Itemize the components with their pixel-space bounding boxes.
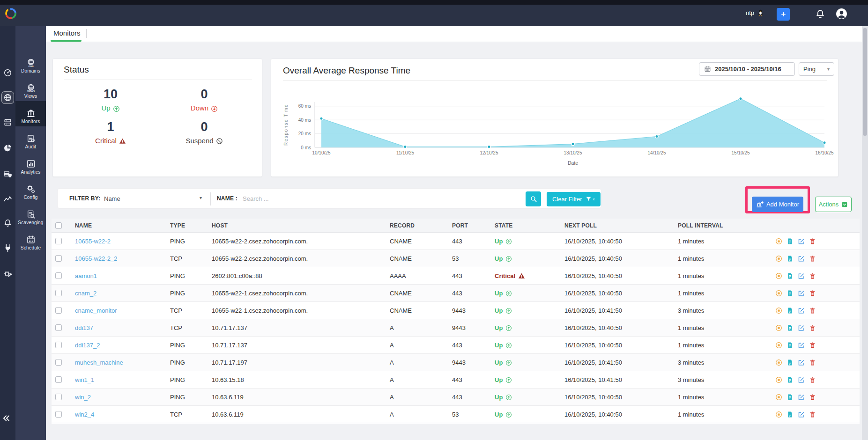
suspend-circle-icon[interactable] [775,289,782,297]
suspend-circle-icon[interactable] [775,324,782,331]
column-header-next-poll[interactable]: NEXT POLL [564,222,597,229]
search-input[interactable]: Search ... [243,195,269,202]
column-header-state[interactable]: STATE [495,222,513,229]
row-checkbox[interactable] [55,255,62,262]
edit-icon[interactable] [798,307,805,314]
monitor-name-link[interactable]: ddi137 [75,324,93,331]
report-doc-icon[interactable] [786,359,794,366]
suspend-circle-icon[interactable] [775,255,782,262]
delete-trash-icon[interactable] [809,255,816,262]
report-doc-icon[interactable] [786,324,794,331]
row-checkbox[interactable] [55,238,62,244]
report-doc-icon[interactable] [786,376,794,383]
report-doc-icon[interactable] [786,237,794,245]
suspend-circle-icon[interactable] [775,411,782,418]
edit-icon[interactable] [798,272,805,279]
edit-icon[interactable] [798,393,805,401]
server-rack-icon[interactable] [1,116,14,129]
pie-chart-icon[interactable] [1,142,14,154]
report-doc-icon[interactable] [786,255,794,262]
report-doc-icon[interactable] [786,289,794,297]
row-checkbox[interactable] [55,272,62,279]
column-header-host[interactable]: HOST [212,222,228,229]
row-checkbox[interactable] [55,290,62,296]
collapse-sidebar-icon[interactable] [2,414,14,423]
dns-globe-icon[interactable] [1,91,14,104]
app-logo-icon[interactable] [4,7,18,21]
date-range-picker[interactable]: 2025/10/10 - 2025/10/16 [699,62,795,76]
delete-trash-icon[interactable] [809,341,816,349]
report-doc-icon[interactable] [786,272,794,279]
sidebar-item-views[interactable]: Views [15,76,46,101]
monitor-name-link[interactable]: win2_4 [75,411,94,418]
settings-wrench-icon[interactable] [1,268,14,280]
row-checkbox[interactable] [55,359,62,366]
suspend-circle-icon[interactable] [775,376,782,383]
edit-icon[interactable] [798,289,805,297]
activity-graph-icon[interactable] [1,193,14,205]
suspend-circle-icon[interactable] [775,272,782,279]
sidebar-item-monitors[interactable]: Monitors [15,101,46,126]
monitor-name-link[interactable]: muhesh_machine [75,359,123,366]
sidebar-item-analytics[interactable]: Analytics [15,152,46,177]
delete-trash-icon[interactable] [809,376,816,383]
delete-trash-icon[interactable] [809,411,816,418]
edit-icon[interactable] [798,341,805,349]
delete-trash-icon[interactable] [809,237,816,245]
monitor-name-link[interactable]: aamon1 [75,272,97,279]
global-add-button[interactable] [777,8,790,21]
select-all-checkbox[interactable] [55,222,62,229]
actions-button[interactable]: Actions [815,197,852,212]
tab-monitors[interactable]: Monitors [53,29,81,37]
suspend-circle-icon[interactable] [775,393,782,401]
row-checkbox[interactable] [55,376,62,383]
delete-trash-icon[interactable] [809,393,816,401]
delete-trash-icon[interactable] [809,289,816,297]
row-checkbox[interactable] [55,342,62,348]
monitor-name-link[interactable]: 10655-w22-2 [75,238,111,245]
column-header-port[interactable]: PORT [452,222,468,229]
sidebar-item-config[interactable]: Config [15,177,46,202]
delete-trash-icon[interactable] [809,307,816,314]
edit-icon[interactable] [798,324,805,331]
filter-by-dropdown[interactable]: Name [104,195,120,202]
column-header-type[interactable]: TYPE [170,222,185,229]
column-header-record[interactable]: RECORD [390,222,415,229]
edit-icon[interactable] [798,255,805,262]
edit-icon[interactable] [798,359,805,366]
monitor-name-link[interactable]: cnam_2 [75,290,96,297]
row-checkbox[interactable] [55,411,62,418]
row-checkbox[interactable] [55,394,62,400]
suspend-circle-icon[interactable] [775,307,782,314]
edit-icon[interactable] [798,411,805,418]
delete-trash-icon[interactable] [809,359,816,366]
row-checkbox[interactable] [55,307,62,314]
metric-select[interactable]: Ping ▾ [799,62,834,76]
report-doc-icon[interactable] [786,307,794,314]
column-header-poll-interval[interactable]: POLL INTERVAL [678,222,723,229]
edit-icon[interactable] [798,237,805,245]
dashboard-gauge-icon[interactable] [1,66,14,79]
monitor-name-link[interactable]: win_2 [75,394,91,401]
sidebar-item-domains[interactable]: Domains [15,51,46,76]
monitor-name-link[interactable]: win1_1 [75,376,94,383]
delete-trash-icon[interactable] [809,272,816,279]
edit-icon[interactable] [798,376,805,383]
row-checkbox[interactable] [55,324,62,331]
server-shield-icon[interactable] [1,168,14,181]
plug-icon[interactable] [1,242,14,254]
sidebar-item-scavenging[interactable]: Scavenging [15,202,46,227]
sidebar-item-audit[interactable]: Audit [15,126,46,152]
user-avatar-icon[interactable] [836,8,847,20]
report-doc-icon[interactable] [786,393,794,401]
bell-icon[interactable] [1,217,14,229]
suspend-circle-icon[interactable] [775,237,782,245]
monitor-name-link[interactable]: 10655-w22-2_2 [75,255,117,262]
suspend-circle-icon[interactable] [775,359,782,366]
clear-filter-button[interactable]: Clear Filter x [547,192,601,206]
monitor-name-link[interactable]: ddi137_2 [75,342,100,349]
monitor-name-link[interactable]: cname_monitor [75,307,117,314]
search-button[interactable] [526,191,541,206]
delete-trash-icon[interactable] [809,324,816,331]
sidebar-item-schedule[interactable]: Schedule [15,227,46,253]
